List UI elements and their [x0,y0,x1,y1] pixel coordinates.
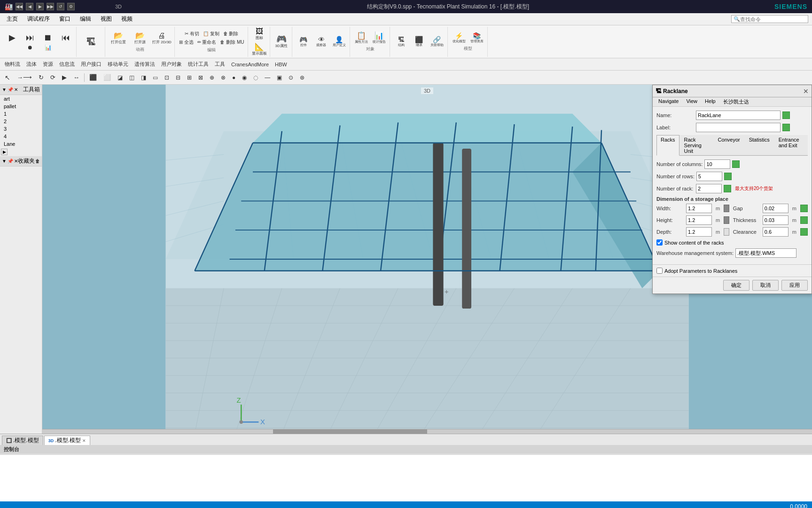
bottom-tab-2d[interactable]: 🔲 .模型.模型 [2,436,43,445]
depth-toggle-btn[interactable] [724,228,729,236]
clearance-green-btn[interactable] [800,228,808,236]
viewport[interactable]: X Z + 3D 🏗 Racklane ✕ [42,85,812,434]
record-btn[interactable]: ⏺ [22,44,39,51]
menu-window[interactable]: 窗口 [55,14,75,24]
width-toggle-btn[interactable] [724,205,729,212]
num-rack-green-btn[interactable] [724,185,731,192]
toolbox-pin-icon[interactable]: 📌 [8,87,13,92]
menu-debug[interactable]: 调试程序 [23,14,55,24]
toolbox-expand-icon[interactable]: ▼ [2,87,7,92]
cat-resource[interactable]: 资源 [40,60,56,68]
name-input[interactable] [696,111,781,120]
label-input[interactable] [696,123,781,132]
gap-green-btn[interactable] [800,205,808,212]
help-btn[interactable]: 🔗 关联帮助 [429,35,445,48]
user-def-btn[interactable]: 👤 用户定义 [331,35,348,48]
circ5-tool[interactable]: ◌ [250,74,261,81]
show-content-checkbox[interactable] [656,239,663,246]
search-input[interactable] [740,16,806,22]
dialog-menu-view[interactable]: View [682,97,701,106]
num-columns-green-btn[interactable] [732,160,740,168]
open-source-btn[interactable]: 📂 打开源 [130,31,150,46]
cut-btn[interactable]: ✂ 有切 [183,30,201,38]
open-location-btn[interactable]: 📂 打开位置 [108,31,129,46]
rect4-tool[interactable]: ◫ [126,74,137,81]
cancel-button[interactable]: 取消 [752,280,779,291]
stop-btn[interactable]: ⏹ [39,32,56,43]
rect9-tool[interactable]: ⊞ [184,74,195,81]
grid3-tool[interactable]: ⊛ [297,74,307,81]
reset-btn[interactable]: ⏮ [57,32,74,43]
toolbox-item-lane[interactable]: Lane [0,140,42,148]
rect7-tool[interactable]: ⊡ [162,74,172,81]
tab-3d-close-icon[interactable]: ✕ [82,438,86,443]
toolbox-item-2[interactable]: 2 [0,118,42,125]
step-btn[interactable]: ⏭ [22,32,39,43]
connect-tool[interactable]: →⟶ [14,73,35,81]
menu-edit[interactable]: 编辑 [75,14,96,24]
dialog-menu-changsha[interactable]: 长沙凯士达 [719,97,753,106]
dialog-menu-navigate[interactable]: Navigate [655,97,682,106]
chart-btn[interactable]: 📊 [39,44,56,51]
library-btn[interactable]: 📚 管理类库 [468,32,485,45]
toolbox-scroll-right[interactable]: ▶ [1,149,8,155]
viewport-scrollbar[interactable] [42,429,812,434]
rect1-tool[interactable]: ⬛ [86,73,100,81]
scrollbar-thumb[interactable] [273,429,427,434]
tab-statistics[interactable]: Statistics [745,135,774,155]
toolbox-item-1[interactable]: 1 [0,110,42,118]
rect10-tool[interactable]: ⊠ [195,74,206,81]
cat-mobile-unit[interactable]: 移动单元 [105,60,131,68]
cat-hbw[interactable]: HBW [272,61,290,68]
rect5-tool[interactable]: ◨ [138,74,149,81]
display-panel-btn[interactable]: 📐 显示面板 [251,42,268,57]
adopt-params-checkbox[interactable] [656,268,663,274]
nav-refresh-btn[interactable]: ↺ [57,3,64,10]
menu-video[interactable]: 视频 [117,14,137,24]
run-btn[interactable]: ▶ [4,32,21,43]
structure-btn[interactable]: 🏗 结构 [393,35,410,48]
play-tool[interactable]: ▶ [59,73,70,81]
nav-back-btn[interactable]: ◀◀ [16,3,23,10]
num-rows-input[interactable] [696,172,722,181]
select-all-btn[interactable]: ⊞ 全选 [178,39,195,46]
optimize-btn[interactable]: ⚡ 优化模型 [451,32,468,45]
tab-conveyor[interactable]: Conveyor [714,135,744,155]
menu-home[interactable]: 主页 [2,14,23,24]
height-input[interactable] [686,215,712,225]
cat-cranes[interactable]: CranesAndMore [228,61,272,68]
num-rack-input[interactable] [696,184,722,193]
cat-info[interactable]: 信息流 [56,60,78,68]
ok-button[interactable]: 确定 [723,280,750,291]
clearance-input[interactable] [763,227,789,237]
dialog-close-button[interactable]: ✕ [803,87,809,95]
thickness-input[interactable] [763,215,789,225]
mu-icon-btn[interactable]: 🏗 [79,36,103,48]
width-input[interactable] [686,204,712,213]
circ1-tool[interactable]: ⊕ [207,74,217,81]
cat-fluid[interactable]: 流体 [23,60,39,68]
nav-prev-btn[interactable]: ◀ [26,3,33,10]
toolbox-item-3[interactable]: 3 [0,125,42,133]
grid2-tool[interactable]: ⊙ [286,74,296,81]
cat-genetic[interactable]: 遗传算法 [132,60,158,68]
wms-input[interactable] [735,248,796,258]
cat-material[interactable]: 物料流 [2,60,23,68]
print-btn[interactable]: 🖨 打开 2D/3D [151,31,172,46]
cat-user-interface[interactable]: 用户接口 [78,60,104,68]
toolbox-close-icon[interactable]: ✕ [14,87,18,92]
rect3-tool[interactable]: ◪ [115,74,125,81]
rotate-tool[interactable]: ↻ [36,73,47,81]
nav-next-btn[interactable]: ▶▶ [47,3,54,10]
delete-mu-btn[interactable]: 🗑 删除 MU [219,39,245,46]
resize-tool[interactable]: ↔ [70,73,82,81]
3d-props-btn[interactable]: 🎮 3D属性 [273,34,290,49]
inherit-btn[interactable]: ⬛ 继承 [411,35,428,48]
label-green-btn[interactable] [782,124,790,131]
favorites-pin-icon[interactable]: 📌 [8,159,13,164]
line-tool[interactable]: — [262,74,273,81]
stats-report-btn[interactable]: 📊 统计报告 [371,31,388,45]
grid1-tool[interactable]: ▣ [274,74,285,81]
dialog-menu-help[interactable]: Help [701,97,719,106]
menu-view[interactable]: 视图 [96,14,117,24]
